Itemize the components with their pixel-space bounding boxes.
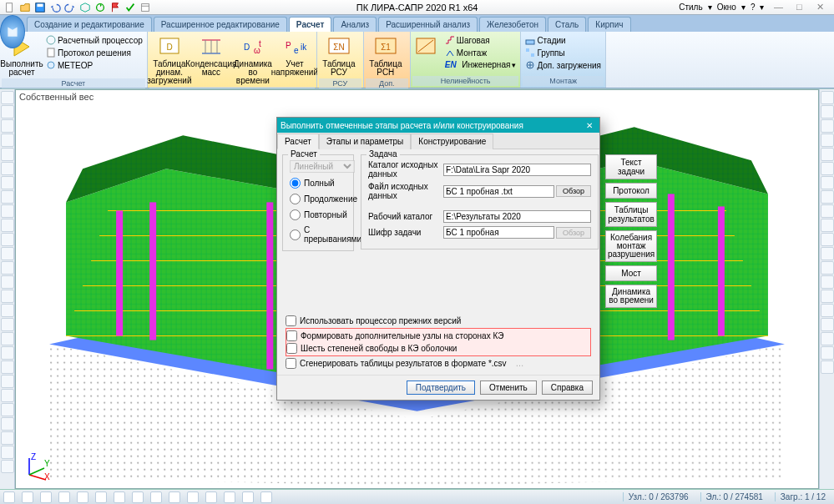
minimize-icon[interactable]: —: [769, 2, 787, 12]
tool-icon[interactable]: [821, 247, 834, 260]
status-icon[interactable]: [40, 491, 52, 503]
tool-icon[interactable]: [821, 290, 834, 303]
tool-icon[interactable]: [821, 148, 834, 161]
protocol-button[interactable]: Протокол решения: [44, 47, 144, 58]
rsn-table-button[interactable]: Σ1Таблица РСН: [366, 33, 406, 78]
radio-repeat[interactable]: Повторный: [290, 209, 346, 220]
chk-six-dof[interactable]: Шесть степеней свободы в КЭ оболочки: [286, 342, 590, 355]
dialog-title-bar[interactable]: Выполнить отмеченные этапы расчета и/или…: [277, 118, 599, 133]
status-icon[interactable]: [242, 491, 254, 503]
dlg-tab-stages[interactable]: Этапы и параметры: [319, 134, 412, 149]
tab-create[interactable]: Создание и редактирование: [27, 17, 152, 32]
status-icon[interactable]: [3, 491, 15, 503]
bridge-button[interactable]: Мост: [605, 265, 657, 281]
tool-icon[interactable]: [1, 403, 14, 416]
open-icon[interactable]: [18, 1, 32, 14]
mass-cond-button[interactable]: Конденсация масс: [191, 33, 231, 78]
tool-icon[interactable]: [821, 119, 834, 133]
vibration-button[interactable]: Колебания монтаж разрушения: [605, 230, 657, 262]
tool-icon[interactable]: [1, 91, 14, 104]
tool-icon[interactable]: [821, 304, 834, 317]
calc-type-select[interactable]: Линейный: [290, 160, 355, 173]
menu-style[interactable]: Стиль: [679, 3, 702, 12]
status-icon[interactable]: [169, 491, 180, 503]
confirm-button[interactable]: Подтвердить: [407, 381, 475, 395]
tool-icon[interactable]: [821, 176, 834, 189]
tab-concrete[interactable]: Железобетон: [479, 17, 546, 32]
model-viewport[interactable]: Собственный вес: [15, 89, 819, 489]
assembly-button[interactable]: Монтаж: [443, 47, 518, 58]
tool-icon[interactable]: [821, 360, 834, 374]
radio-continue[interactable]: Продолжение: [290, 194, 346, 204]
tool-icon[interactable]: [1, 304, 14, 317]
tool-icon[interactable]: [1, 446, 14, 459]
tool-icon[interactable]: [1, 460, 14, 473]
step-button[interactable]: Шаговая: [443, 34, 518, 46]
radio-interrupt[interactable]: С прерываниями: [290, 225, 346, 244]
tool-icon[interactable]: [821, 105, 834, 118]
src-file-input[interactable]: [443, 185, 554, 198]
dyn-time-button[interactable]: Динамика во времени: [605, 285, 657, 308]
tool-icon[interactable]: [1, 275, 14, 289]
tool-icon[interactable]: [821, 134, 834, 147]
calc-processor-button[interactable]: Расчетный процессор: [44, 34, 144, 46]
props-icon[interactable]: [139, 1, 152, 14]
tool-icon[interactable]: [1, 204, 14, 218]
tool-icon[interactable]: [1, 119, 14, 133]
tool-icon[interactable]: [821, 204, 834, 218]
file-button[interactable]: [0, 15, 25, 48]
status-icon[interactable]: [132, 491, 144, 503]
stress-account-button[interactable]: PeikУчет напряжений: [275, 33, 315, 78]
menu-window[interactable]: Окно: [717, 3, 736, 12]
tool-icon[interactable]: [821, 233, 834, 246]
engineer-button[interactable]: EN Инженерная ▾: [443, 59, 518, 70]
undo-icon[interactable]: [48, 1, 62, 14]
rsu-table-button[interactable]: ΣNТаблица РСУ: [319, 33, 359, 78]
flag-icon[interactable]: [109, 1, 122, 14]
tool-icon[interactable]: [1, 219, 14, 232]
tab-steel[interactable]: Сталь: [548, 17, 586, 32]
tool-icon[interactable]: [821, 346, 834, 360]
tool-icon[interactable]: [1, 290, 14, 303]
status-icon[interactable]: [77, 491, 88, 503]
browse1-button[interactable]: Обзор: [556, 185, 591, 197]
status-icon[interactable]: [260, 491, 272, 503]
tool-icon[interactable]: [821, 91, 834, 104]
tool-icon[interactable]: [1, 360, 14, 374]
tool-icon[interactable]: [1, 176, 14, 189]
isometry-icon[interactable]: [78, 1, 92, 14]
meteor-button[interactable]: METEOP: [44, 59, 144, 71]
chk-csv[interactable]: Сгенерировать таблицы результатов в форм…: [286, 357, 591, 370]
tool-icon[interactable]: [1, 247, 14, 260]
tool-icon[interactable]: [1, 134, 14, 147]
check-icon[interactable]: [124, 1, 137, 14]
result-tables-button[interactable]: Таблицы результатов: [605, 202, 657, 227]
groups-button[interactable]: Группы: [523, 47, 603, 58]
chk-extra-nodes[interactable]: Формировать дополнительные узлы на сторо…: [286, 330, 590, 342]
tool-icon[interactable]: [1, 148, 14, 161]
status-icon[interactable]: [224, 491, 235, 503]
menu-help[interactable]: ?: [751, 3, 756, 12]
tool-icon[interactable]: [1, 375, 14, 388]
tool-icon[interactable]: [1, 318, 14, 331]
cancel-button[interactable]: Отменить: [480, 381, 537, 395]
tool-icon[interactable]: [1, 105, 14, 118]
tool-icon[interactable]: [1, 233, 14, 246]
tool-icon[interactable]: [821, 190, 834, 204]
dlg-tab-calc[interactable]: Расчет: [277, 134, 319, 149]
protocol-button[interactable]: Протокол: [605, 183, 657, 199]
tool-icon[interactable]: [1, 162, 14, 175]
status-icon[interactable]: [95, 491, 107, 503]
dlg-tab-design[interactable]: Конструирование: [411, 134, 493, 149]
tool-icon[interactable]: [1, 431, 14, 445]
tool-icon[interactable]: [821, 318, 834, 331]
help-button[interactable]: Справка: [542, 381, 593, 395]
tab-analysis[interactable]: Анализ: [333, 17, 377, 32]
dyn-load-table-button[interactable]: DТаблица динам. загружений: [149, 33, 190, 87]
tool-icon[interactable]: [1, 417, 14, 431]
tool-icon[interactable]: [1, 332, 14, 345]
tool-icon[interactable]: [821, 219, 834, 232]
redo-icon[interactable]: [63, 1, 77, 14]
tool-icon[interactable]: [1, 190, 14, 204]
save-icon[interactable]: [33, 1, 47, 14]
